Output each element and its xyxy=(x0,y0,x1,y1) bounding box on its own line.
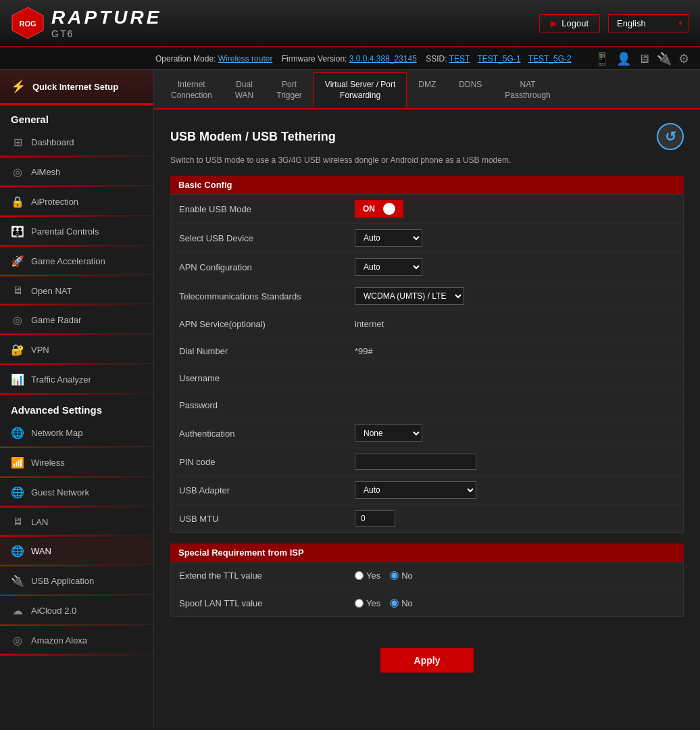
quick-internet-setup-item[interactable]: ⚡ Quick Internet Setup xyxy=(0,70,153,104)
telecom-standards-label: Telecommunications Standards xyxy=(179,291,355,301)
username-row: Username xyxy=(171,365,683,392)
spoof-ttl-row: Spoof LAN TTL value Yes No xyxy=(171,589,683,616)
spoof-ttl-radio-group: Yes No xyxy=(355,598,413,608)
user-icon[interactable]: 👤 xyxy=(616,51,631,66)
basic-config-section: Basic Config Enable USB Mode ON Select U… xyxy=(170,176,684,533)
ssid-2-link[interactable]: TEST_5G-1 xyxy=(478,54,521,64)
telecom-standards-select[interactable]: WCDMA (UMTS) / LTE xyxy=(355,287,464,305)
op-mode-text: Operation Mode: Wireless router Firmware… xyxy=(155,54,577,64)
div-after-game-radar xyxy=(0,334,153,335)
apply-area: Apply xyxy=(170,628,684,679)
main-content: InternetConnection DualWAN PortTrigger V… xyxy=(154,70,700,728)
spoof-ttl-yes-radio[interactable] xyxy=(355,599,364,608)
sidebar-item-aimesh[interactable]: ◎ AiMesh xyxy=(0,159,153,186)
special-req-body: Extend the TTL value Yes No xyxy=(170,562,684,617)
extend-ttl-yes-radio[interactable] xyxy=(355,571,364,580)
usb-icon[interactable]: 🔌 xyxy=(657,51,672,66)
pin-code-label: PIN code xyxy=(179,457,355,467)
sidebar-item-usb-application[interactable]: 🔌 USB Application xyxy=(0,568,153,595)
dial-number-row: Dial Number *99# xyxy=(171,338,683,365)
tab-virtual-server[interactable]: Virtual Server / PortForwarding xyxy=(314,72,407,108)
logout-button[interactable]: Logout xyxy=(539,14,600,32)
sidebar-item-game-radar[interactable]: ◎ Game Radar xyxy=(0,307,153,334)
svg-text:ROG: ROG xyxy=(19,20,36,28)
tab-nat-passthrough[interactable]: NATPassthrough xyxy=(493,72,561,108)
aicloud-label: AiCloud 2.0 xyxy=(31,606,76,616)
sidebar-item-parental[interactable]: 👪 Parental Controls xyxy=(0,218,153,245)
settings-gear-icon[interactable]: ⚙ xyxy=(678,51,689,66)
sidebar-item-network-map[interactable]: 🌐 Network Map xyxy=(0,420,153,447)
sidebar-item-amazon-alexa[interactable]: ◎ Amazon Alexa xyxy=(0,627,153,654)
apn-config-select[interactable]: Auto xyxy=(355,258,422,276)
tab-ddns[interactable]: DDNS xyxy=(447,72,493,108)
usb-adapter-select[interactable]: Auto xyxy=(355,481,476,499)
password-row: Password xyxy=(171,392,683,419)
special-req-header: Special Requirement from ISP xyxy=(170,543,684,562)
extend-ttl-no-option: No xyxy=(390,570,413,581)
game-radar-label: Game Radar xyxy=(31,315,81,325)
sidebar-item-game-acceleration[interactable]: 🚀 Game Acceleration xyxy=(0,248,153,275)
language-select[interactable]: English xyxy=(608,14,689,32)
div-after-usb-app xyxy=(0,595,153,596)
usb-mode-toggle[interactable]: ON xyxy=(355,200,403,218)
aiprotection-label: AiProtection xyxy=(31,197,78,207)
extend-ttl-yes-option: Yes xyxy=(355,570,380,581)
sidebar-item-traffic-analyzer[interactable]: 📊 Traffic Analyzer xyxy=(0,366,153,393)
telecom-standards-row: Telecommunications Standards WCDMA (UMTS… xyxy=(171,282,683,311)
header: ROG RAPTURE GT6 Logout English xyxy=(0,0,700,47)
sidebar-item-guest-network[interactable]: 🌐 Guest Network xyxy=(0,479,153,506)
guest-network-icon: 🌐 xyxy=(11,486,24,499)
back-button[interactable]: ↺ xyxy=(657,123,684,150)
usb-mtu-row: USB MTU xyxy=(171,505,683,532)
vpn-label: VPN xyxy=(31,345,49,355)
authentication-select[interactable]: None xyxy=(355,424,422,442)
usb-adapter-row: USB Adapter Auto xyxy=(171,476,683,505)
password-label: Password xyxy=(179,400,355,410)
pin-code-input[interactable] xyxy=(355,454,476,470)
spoof-ttl-no-option: No xyxy=(390,598,413,608)
div-after-wan xyxy=(0,565,153,566)
sidebar-item-vpn[interactable]: 🔐 VPN xyxy=(0,337,153,364)
ssid-1-link[interactable]: TEST xyxy=(449,54,470,64)
guest-network-label: Guest Network xyxy=(31,487,89,497)
device-icon[interactable]: 📱 xyxy=(595,51,609,66)
sidebar-item-aiprotection[interactable]: 🔒 AiProtection xyxy=(0,189,153,216)
sub-header: Operation Mode: Wireless router Firmware… xyxy=(0,47,700,70)
tab-port-trigger[interactable]: PortTrigger xyxy=(265,72,314,108)
wireless-label: Wireless xyxy=(31,458,65,468)
apn-service-value: internet xyxy=(355,319,384,329)
monitor-icon[interactable]: 🖥 xyxy=(638,52,650,66)
basic-config-header: Basic Config xyxy=(170,176,684,194)
wan-label: WAN xyxy=(31,546,51,556)
apply-button[interactable]: Apply xyxy=(380,648,474,673)
sidebar-item-open-nat[interactable]: 🖥 Open NAT xyxy=(0,278,153,304)
select-usb-device-label: Select USB Device xyxy=(179,233,355,243)
op-mode-link[interactable]: Wireless router xyxy=(218,54,273,64)
usb-mtu-input[interactable] xyxy=(355,510,395,527)
usb-adapter-label: USB Adapter xyxy=(179,485,355,495)
ssid-3-link[interactable]: TEST_5G-2 xyxy=(528,54,572,64)
extend-ttl-no-radio[interactable] xyxy=(390,571,399,580)
sidebar-item-wireless[interactable]: 📶 Wireless xyxy=(0,449,153,477)
rapture-brand: RAPTURE xyxy=(51,7,161,28)
authentication-label: Authentication xyxy=(179,429,355,439)
tab-internet-connection[interactable]: InternetConnection xyxy=(159,72,224,108)
sidebar-item-lan[interactable]: 🖥 LAN xyxy=(0,509,153,535)
parental-label: Parental Controls xyxy=(31,226,99,237)
sidebar-item-wan[interactable]: 🌐 WAN xyxy=(0,538,153,565)
tab-dual-wan[interactable]: DualWAN xyxy=(224,72,266,108)
usb-device-select[interactable]: Auto xyxy=(355,229,422,247)
extend-ttl-row: Extend the TTL value Yes No xyxy=(171,562,683,589)
usb-mtu-label: USB MTU xyxy=(179,514,355,524)
brand-text: RAPTURE GT6 xyxy=(51,7,161,39)
apn-service-row: APN Service(optional) internet xyxy=(171,311,683,338)
firmware-link[interactable]: 3.0.0.4.388_23145 xyxy=(349,54,417,64)
ssid-links: TEST TEST_5G-1 TEST_5G-2 xyxy=(449,54,577,64)
spoof-ttl-no-radio[interactable] xyxy=(390,599,399,608)
div-after-parental xyxy=(0,245,153,247)
sidebar-item-dashboard[interactable]: ⊞ Dashboard xyxy=(0,129,153,156)
game-accel-label: Game Acceleration xyxy=(31,256,105,266)
sidebar-item-aicloud[interactable]: ☁ AiCloud 2.0 xyxy=(0,598,153,625)
tab-dmz[interactable]: DMZ xyxy=(407,72,447,108)
rog-logo: ROG xyxy=(11,6,45,40)
